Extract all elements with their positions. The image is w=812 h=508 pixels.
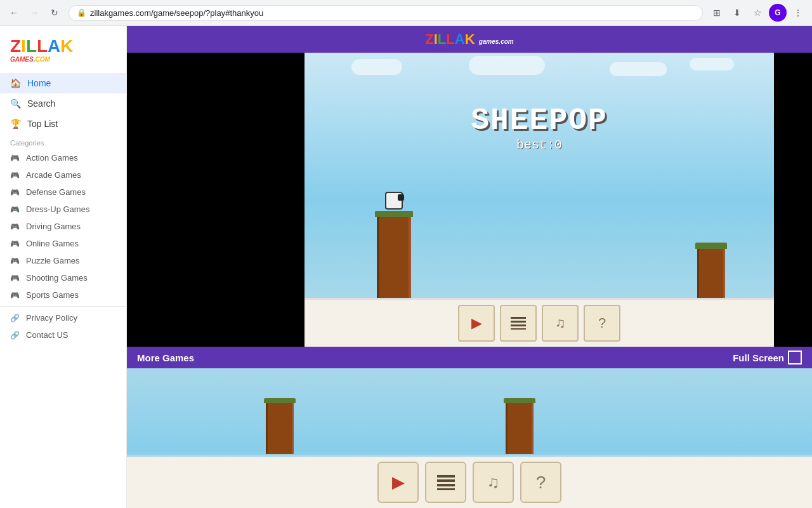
content-area: ZILLAK games.com: [127, 26, 812, 508]
logo-area: ZILLAK GAMES.COM: [0, 32, 126, 73]
puzzle-icon: 🎮: [10, 257, 20, 265]
bookmark-button[interactable]: ☆: [749, 4, 766, 22]
logo-subtitle: GAMES.COM: [10, 57, 116, 63]
browser-toolbar: ← → ↻ 🔒 zillakgames.com/game/seepop/?pla…: [0, 0, 812, 25]
contact-label: Contact US: [26, 330, 68, 340]
game-logo-sub: games.com: [479, 38, 514, 45]
sidebar-item-home[interactable]: 🏠 Home: [0, 73, 126, 93]
game-title-area: SHEEPOP best:0: [471, 91, 608, 159]
home-label: Home: [27, 78, 51, 88]
home-icon: 🏠: [10, 78, 21, 88]
game-canvas[interactable]: SHEEPOP best:0: [304, 53, 774, 300]
sports-label: Sports Games: [26, 290, 79, 300]
arcade-icon: 🎮: [10, 171, 20, 180]
bottom-grass-right: [504, 398, 535, 403]
music-button[interactable]: ♫: [542, 305, 579, 342]
more-games-button[interactable]: More Games: [137, 352, 194, 363]
svg-rect-3: [511, 328, 526, 330]
bottom-music-button[interactable]: ♫: [473, 462, 514, 503]
svg-rect-8: [437, 488, 455, 490]
game-scene: SHEEPOP best:0: [304, 53, 774, 300]
shooting-icon: 🎮: [10, 274, 20, 283]
driving-label: Driving Games: [26, 222, 81, 231]
shooting-label: Shooting Games: [26, 273, 88, 283]
platform-trunk-right: [697, 249, 725, 300]
lock-icon: 🔒: [77, 8, 86, 17]
sidebar-item-dressup[interactable]: 🎮 Dress-Up Games: [0, 201, 126, 218]
online-icon: 🎮: [10, 239, 20, 248]
play-button[interactable]: ▶: [458, 305, 495, 342]
fullscreen-button[interactable]: Full Screen: [733, 351, 802, 364]
site-logo[interactable]: ZILLAK GAMES.COM: [10, 37, 116, 63]
browser-actions: ⊞ ⬇ ☆ G ⋮: [708, 4, 807, 22]
menu-button[interactable]: ⋮: [789, 4, 807, 22]
sidebar: ZILLAK GAMES.COM 🏠 Home 🔍 Search 🏆 Top L…: [0, 26, 127, 508]
cloud-3: [610, 62, 667, 76]
contact-icon: 🔗: [10, 331, 20, 340]
sidebar-item-arcade[interactable]: 🎮 Arcade Games: [0, 166, 126, 184]
search-icon: 🔍: [10, 98, 21, 109]
sidebar-item-online[interactable]: 🎮 Online Games: [0, 235, 126, 252]
sidebar-item-privacy[interactable]: 🔗 Privacy Policy: [0, 309, 126, 326]
back-button[interactable]: ←: [5, 4, 23, 22]
game-title: SHEEPOP: [471, 104, 608, 138]
extensions-button[interactable]: ⊞: [708, 4, 726, 22]
nav-buttons: ← → ↻: [5, 4, 63, 22]
svg-rect-2: [511, 324, 526, 326]
forward-button[interactable]: →: [25, 4, 43, 22]
cloud-2: [469, 56, 545, 75]
sidebar-item-contact[interactable]: 🔗 Contact US: [0, 326, 126, 344]
fullscreen-icon: [788, 351, 802, 364]
platform-right: [695, 243, 727, 300]
defense-icon: 🎮: [10, 188, 20, 197]
trophy-icon: 🏆: [10, 119, 21, 129]
bottom-game-controls: ▶ ♫ ?: [127, 457, 812, 508]
game-bottom-preview: ▶ ♫ ?: [127, 368, 812, 508]
privacy-label: Privacy Policy: [26, 313, 77, 323]
game-right-panel: [774, 53, 812, 347]
defense-label: Defense Games: [26, 187, 86, 197]
sidebar-item-sports[interactable]: 🎮 Sports Games: [0, 286, 126, 304]
game-logo: ZILLAK games.com: [127, 31, 812, 48]
game-best-score: best:0: [471, 138, 608, 152]
sidebar-item-puzzle[interactable]: 🎮 Puzzle Games: [0, 252, 126, 269]
address-bar[interactable]: 🔒 zillakgames.com/game/seepop/?play#than…: [69, 5, 703, 21]
refresh-button[interactable]: ↻: [46, 4, 63, 22]
profile-button[interactable]: G: [769, 4, 787, 22]
sidebar-item-shooting[interactable]: 🎮 Shooting Games: [0, 269, 126, 286]
sidebar-item-search[interactable]: 🔍 Search: [0, 93, 126, 114]
bottom-play-button[interactable]: ▶: [377, 462, 419, 503]
privacy-icon: 🔗: [10, 314, 20, 323]
toplist-label: Top List: [27, 119, 58, 129]
game-left-panel: [127, 53, 304, 347]
ground-line: [304, 298, 774, 300]
download-button[interactable]: ⬇: [728, 4, 746, 22]
bottom-platform-right: [504, 398, 535, 454]
browser-chrome: ← → ↻ 🔒 zillakgames.com/game/seepop/?pla…: [0, 0, 812, 26]
sidebar-divider: [0, 306, 126, 307]
game-outer: SHEEPOP best:0: [127, 53, 812, 347]
bottom-grass-left: [264, 398, 296, 403]
sidebar-item-toplist[interactable]: 🏆 Top List: [0, 114, 126, 134]
list-button[interactable]: [500, 305, 537, 342]
search-label: Search: [27, 98, 55, 109]
sidebar-item-defense[interactable]: 🎮 Defense Games: [0, 184, 126, 201]
platform-grass-right: [695, 243, 727, 249]
url-text: zillakgames.com/game/seepop/?play#thanky…: [90, 8, 263, 18]
bottom-trunk-left: [266, 403, 294, 454]
dressup-icon: 🎮: [10, 205, 20, 214]
platforms-area: [304, 159, 774, 300]
list-icon: [511, 317, 526, 330]
help-button[interactable]: ?: [584, 305, 620, 342]
sidebar-item-driving[interactable]: 🎮 Driving Games: [0, 218, 126, 235]
bottom-list-icon: [437, 475, 455, 490]
clouds-area: [304, 53, 774, 91]
categories-title: Categories: [0, 134, 126, 149]
bottom-list-button[interactable]: [425, 462, 466, 503]
action-icon: 🎮: [10, 154, 20, 163]
fullscreen-label: Full Screen: [733, 352, 784, 363]
bottom-help-button[interactable]: ?: [520, 462, 561, 503]
svg-rect-1: [511, 321, 526, 323]
sidebar-item-action[interactable]: 🎮 Action Games: [0, 149, 126, 166]
sheep-head: [398, 194, 404, 201]
